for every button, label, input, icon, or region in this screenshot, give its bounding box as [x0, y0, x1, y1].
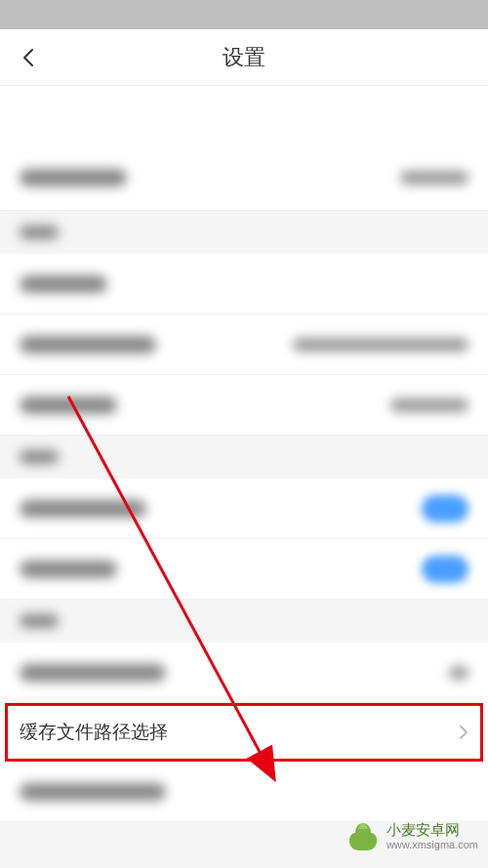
setting-row-blurred[interactable]: [0, 762, 488, 822]
blurred-label: [20, 500, 146, 517]
toggle-switch[interactable]: [422, 556, 468, 583]
blurred-label: [20, 396, 117, 414]
setting-row-blurred[interactable]: [0, 478, 488, 539]
setting-row-blurred[interactable]: [0, 539, 488, 599]
chevron-right-icon: [459, 724, 468, 740]
section-header-blurred: [0, 211, 488, 254]
setting-row-blurred[interactable]: [0, 254, 488, 314]
blurred-label: [20, 783, 166, 801]
blurred-label: [20, 336, 156, 353]
status-bar: [0, 0, 488, 29]
back-button[interactable]: [18, 46, 41, 69]
blurred-label: [20, 169, 127, 186]
setting-row-blurred[interactable]: [0, 375, 488, 435]
blurred-section-label: [20, 450, 59, 464]
blurred-label: [20, 664, 166, 682]
blurred-value: [293, 338, 468, 351]
setting-row-blurred[interactable]: [0, 314, 488, 375]
blurred-value: [400, 171, 468, 185]
setting-row-blurred[interactable]: [0, 145, 488, 211]
blurred-value: [390, 398, 468, 412]
settings-content: 缓存文件路径选择: [0, 86, 488, 822]
chevron-left-icon: [18, 46, 41, 69]
toggle-switch[interactable]: [422, 495, 468, 522]
blurred-label: [20, 560, 117, 578]
setting-row-blurred[interactable]: [0, 642, 488, 703]
watermark-title: 小麦安卓网: [386, 821, 478, 839]
cache-path-row[interactable]: 缓存文件路径选择: [0, 703, 488, 762]
watermark-url: www.xmsigma.com: [386, 839, 478, 851]
page-title: 设置: [0, 43, 488, 72]
cache-path-label: 缓存文件路径选择: [20, 720, 168, 745]
blurred-section-label: [20, 614, 59, 628]
header-bar: 设置: [0, 29, 488, 86]
watermark: 小麦安卓网 www.xmsigma.com: [346, 819, 478, 854]
blurred-label: [20, 275, 107, 293]
watermark-logo-icon: [346, 819, 381, 854]
blurred-section-label: [20, 226, 59, 239]
blurred-value: [449, 666, 468, 680]
section-header-blurred: [0, 435, 488, 478]
section-header-blurred: [0, 599, 488, 642]
